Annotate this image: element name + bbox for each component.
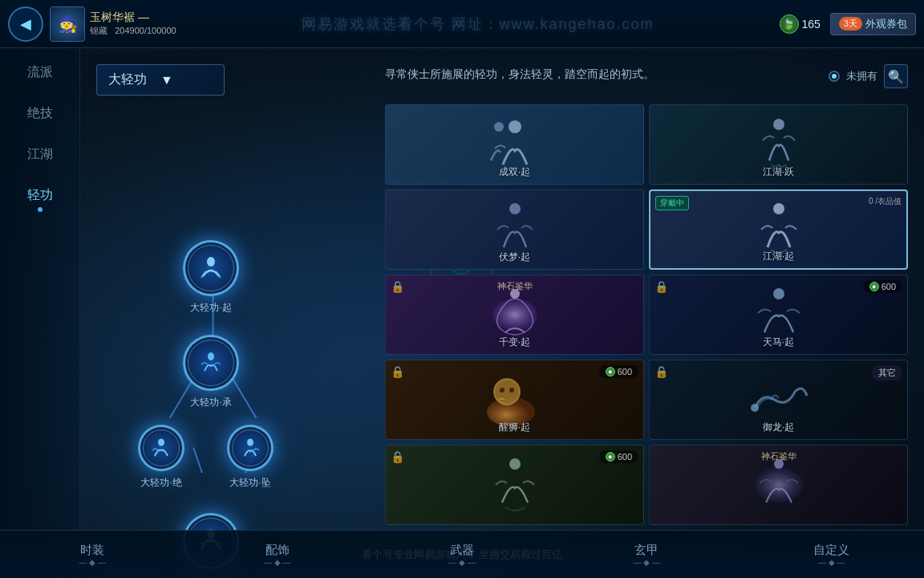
- tab-label-zidingyi: 自定义: [813, 543, 849, 558]
- svg-point-18: [773, 288, 784, 299]
- player-level: 锦藏 204900/100000: [90, 25, 176, 37]
- svg-point-7: [158, 439, 164, 446]
- cloth-value: 0 /衣品值: [869, 196, 902, 207]
- days-badge: 3天: [839, 17, 862, 31]
- tab-deco-left-shizhuang: — ◆ —: [79, 558, 106, 567]
- svg-point-20: [494, 379, 520, 405]
- search-button[interactable]: 🔍: [884, 64, 908, 88]
- svg-point-5: [207, 257, 215, 267]
- wearing-badge: 穿戴中: [655, 196, 689, 210]
- skill-card-name-xingshi: 醒狮·起: [386, 421, 643, 434]
- skill-card-name-tianma: 天马·起: [650, 336, 907, 349]
- skill-card-name-chengshuang: 成双·起: [386, 165, 643, 179]
- skill-card-chengshuang[interactable]: 成双·起: [385, 104, 644, 185]
- tab-deco-xuanjia: — ◆ —: [634, 558, 661, 567]
- skill-node-dajue[interactable]: 大轻功·绝: [138, 425, 184, 490]
- skill-node-daqi[interactable]: 大轻功·起: [183, 240, 239, 315]
- filter-label-unowned: 未拥有: [846, 69, 877, 83]
- tab-label-xuanjia: 玄甲: [634, 543, 659, 558]
- skill-grid: 成双·起 江湖·跃: [385, 104, 908, 525]
- svg-line-3: [193, 448, 213, 473]
- currency-icon: 🍃: [780, 14, 799, 34]
- skill-card-qianbian[interactable]: 神石鉴华 🔒 千变·起: [385, 275, 644, 355]
- dropdown-arrow-icon: ▼: [160, 73, 213, 88]
- skill-tree-panel: 大轻功 ▼: [80, 48, 385, 530]
- tab-label-peishi: 配饰: [265, 543, 290, 558]
- skill-card-last2[interactable]: 神石鉴华: [649, 445, 908, 525]
- tab-shizhuang[interactable]: 时装 — ◆ —: [0, 531, 184, 578]
- skill-card-name-yulong: 御龙·起: [650, 421, 907, 434]
- player-avatar: 🧙: [50, 6, 85, 42]
- currency-amount: 165: [802, 18, 821, 31]
- lock-icon-last1: 🔒: [391, 450, 404, 463]
- badge-amount-tianma: 600: [881, 282, 896, 291]
- active-indicator: [38, 207, 43, 212]
- tab-peishi[interactable]: 配饰 — ◆ —: [184, 531, 369, 578]
- sidebar-item-liupai[interactable]: 流派: [27, 64, 53, 81]
- svg-point-23: [751, 404, 759, 412]
- skill-card-yulong[interactable]: 其它 🔒 御龙·起: [649, 360, 908, 440]
- currency-display: 🍃 165: [780, 14, 821, 34]
- node-label-daqi: 大轻功·起: [190, 301, 231, 315]
- skill-card-jianghuyue[interactable]: 江湖·跃: [649, 104, 908, 185]
- sidebar-item-qinggong[interactable]: 轻功: [27, 187, 53, 212]
- skill-card-name-jianghuqi: 江湖·起: [650, 250, 906, 263]
- topbar: ◀ 🧙 玉树华裾 — 锦藏 204900/100000 网易游戏就选看个号 网址…: [0, 0, 924, 48]
- svg-point-6: [208, 352, 214, 360]
- skill-card-badge-xingshi: ● 600: [599, 365, 638, 378]
- tab-wuqi[interactable]: 武器 — ◆ —: [370, 531, 554, 578]
- skill-card-name-qianbian: 千变·起: [386, 336, 643, 349]
- sidebar-label-liupai: 流派: [27, 64, 53, 81]
- node-label-dazhui: 大轻功·坠: [229, 476, 270, 490]
- skill-category-dropdown[interactable]: 大轻功 ▼: [96, 64, 225, 96]
- main-content: 大轻功 ▼: [80, 48, 924, 530]
- skill-card-xingshi[interactable]: ● 600 🔒 醒狮·起: [385, 360, 644, 440]
- lock-icon-tianma: 🔒: [654, 280, 668, 293]
- badge-label-yulong: 其它: [878, 367, 896, 379]
- node-label-dajue: 大轻功·绝: [140, 476, 181, 490]
- back-button[interactable]: ◀: [8, 6, 43, 42]
- tab-zidingyi[interactable]: 自定义 — ◆ —: [740, 531, 924, 578]
- svg-point-8: [247, 439, 253, 446]
- svg-point-24: [509, 458, 521, 470]
- vip-button[interactable]: 3天 外观券包: [830, 13, 916, 35]
- svg-point-12: [494, 122, 504, 132]
- sidebar-label-juejin: 绝技: [27, 105, 53, 122]
- skill-card-name-fumeng: 伏梦·起: [386, 250, 643, 264]
- tab-xuanjia[interactable]: 玄甲 — ◆ —: [554, 531, 739, 578]
- node-circle-dacheng: [183, 335, 239, 391]
- badge-coin-last1: ●: [606, 452, 615, 462]
- player-info: 🧙 玉树华裾 — 锦藏 204900/100000: [50, 6, 176, 42]
- sidebar-item-jianghu[interactable]: 江湖: [27, 146, 53, 163]
- tab-deco-zidingyi: — ◆ —: [818, 558, 845, 567]
- badge-amount-last1: 600: [618, 452, 632, 462]
- skill-card-tag-last2: 神石鉴华: [650, 450, 907, 462]
- sidebar-item-juejin[interactable]: 绝技: [27, 105, 53, 122]
- badge-amount-xingshi: 600: [618, 367, 632, 377]
- skill-node-dacheng[interactable]: 大轻功·承: [183, 335, 239, 409]
- sidebar-label-qinggong: 轻功: [27, 187, 53, 204]
- svg-point-22: [509, 388, 514, 393]
- skill-node-dazhui[interactable]: 大轻功·坠: [227, 425, 274, 490]
- svg-point-25: [755, 467, 803, 503]
- skill-description-text: 寻常侠士所施展的轻功，身法轻灵，踏空而起的初式。: [385, 64, 813, 84]
- svg-point-14: [509, 203, 521, 214]
- filter-radio-unowned[interactable]: [829, 71, 840, 82]
- skill-card-jianghuqi[interactable]: 穿戴中 0 /衣品值 江湖·起: [649, 189, 908, 270]
- vip-label: 外观券包: [865, 17, 907, 31]
- node-circle-dajue: [138, 425, 184, 471]
- player-name-area: 玉树华裾 — 锦藏 204900/100000: [90, 10, 176, 37]
- svg-point-13: [773, 119, 784, 130]
- svg-point-16: [492, 299, 537, 331]
- svg-point-15: [773, 203, 784, 214]
- skill-filter: 未拥有 🔍: [829, 64, 908, 88]
- skill-card-last1[interactable]: ● 600 🔒: [385, 445, 644, 525]
- skill-card-tianma[interactable]: ● 600 🔒 天马·起: [649, 275, 908, 355]
- svg-point-21: [500, 388, 505, 393]
- skill-card-tag-qianbian: 神石鉴华: [386, 280, 643, 292]
- skill-card-name-jianghuyue: 江湖·跃: [650, 165, 907, 179]
- tab-label-shizhuang: 时装: [80, 543, 104, 558]
- skill-card-fumeng[interactable]: 伏梦·起: [385, 189, 644, 270]
- tab-deco-peishi: — ◆ —: [264, 558, 291, 567]
- right-panel: 寻常侠士所施展的轻功，身法轻灵，踏空而起的初式。 未拥有 🔍: [385, 48, 924, 530]
